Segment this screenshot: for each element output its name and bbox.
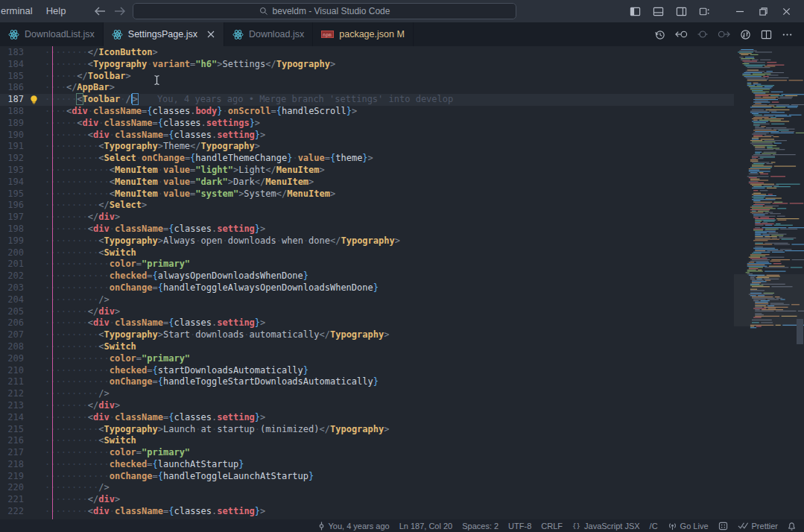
code-line[interactable]: 219············onChange={handleToggleLau… bbox=[0, 471, 734, 483]
code-line[interactable]: 200··········<Switch bbox=[0, 247, 734, 259]
line-number[interactable]: 218 bbox=[0, 459, 24, 471]
status-item-bell[interactable] bbox=[788, 522, 796, 531]
forward-arrow-icon[interactable] bbox=[114, 6, 126, 16]
timeline-icon[interactable] bbox=[654, 29, 665, 40]
code-editor[interactable]: 183········</IconButton>184········<Typo… bbox=[0, 46, 804, 519]
code-line[interactable]: 193············<MenuItem·value="light">L… bbox=[0, 165, 734, 177]
code-line[interactable]: 216··········<Switch bbox=[0, 435, 734, 447]
layout-panel-icon[interactable] bbox=[650, 0, 666, 22]
line-number[interactable]: 222 bbox=[0, 506, 24, 518]
line-number[interactable]: 193 bbox=[0, 165, 24, 177]
code-line[interactable]: 211············onChange={handleToggleSta… bbox=[0, 376, 734, 388]
layout-sidebar-right-icon[interactable] bbox=[673, 0, 689, 22]
line-number[interactable]: 190 bbox=[0, 130, 24, 142]
code-line[interactable]: 185······</Toolbar> bbox=[0, 71, 734, 83]
layout-customize-icon[interactable] bbox=[696, 0, 712, 22]
code-line[interactable]: 198········<div·className={classes.setti… bbox=[0, 224, 734, 235]
line-number[interactable]: 194 bbox=[0, 177, 24, 189]
line-number[interactable]: 203 bbox=[0, 282, 24, 294]
code-line[interactable]: 195············<MenuItem·value="system">… bbox=[0, 189, 734, 200]
line-number[interactable]: 216 bbox=[0, 435, 24, 447]
line-number[interactable]: 183 bbox=[0, 47, 24, 59]
line-number[interactable]: 204 bbox=[0, 294, 24, 306]
code-line[interactable]: 206········<div·className={classes.setti… bbox=[0, 317, 734, 329]
line-number[interactable]: 206 bbox=[0, 317, 24, 329]
back-arrow-icon[interactable] bbox=[94, 6, 106, 16]
line-number[interactable]: 202 bbox=[0, 270, 24, 282]
code-line[interactable]: 197········</div> bbox=[0, 212, 734, 224]
status-item-utf-8[interactable]: UTF-8 bbox=[508, 522, 531, 531]
more-actions-icon[interactable] bbox=[782, 29, 793, 40]
line-number[interactable]: 207 bbox=[0, 329, 24, 341]
line-number[interactable]: 200 bbox=[0, 247, 24, 259]
code-line[interactable]: 205········</div> bbox=[0, 306, 734, 318]
line-number[interactable]: 188 bbox=[0, 106, 24, 118]
tab-download-jsx[interactable]: Download.jsx bbox=[224, 22, 313, 46]
code-line[interactable]: 208··········<Switch bbox=[0, 341, 734, 353]
line-number[interactable]: 196 bbox=[0, 200, 24, 212]
tab-downloadlist-jsx[interactable]: DownloadList.jsx bbox=[0, 22, 104, 46]
status-item-grid[interactable] bbox=[718, 522, 728, 531]
line-number[interactable]: 209 bbox=[0, 353, 24, 365]
close-window-icon[interactable] bbox=[778, 0, 794, 22]
command-center-search[interactable]: beveldm - Visual Studio Code bbox=[133, 3, 516, 19]
code-line[interactable]: 203············onChange={handleToggleAlw… bbox=[0, 282, 734, 294]
code-line[interactable]: 186····</AppBar> bbox=[0, 82, 734, 94]
minimap[interactable] bbox=[734, 46, 804, 519]
status-item-ln-187-col-20[interactable]: Ln 187, Col 20 bbox=[399, 522, 453, 531]
menu-item-help[interactable]: Help bbox=[39, 0, 73, 22]
lightbulb-icon[interactable] bbox=[29, 95, 39, 105]
next-change-icon[interactable] bbox=[718, 29, 730, 39]
status-item-broadcast-go-live[interactable]: Go Live bbox=[668, 522, 709, 531]
line-number[interactable]: 189 bbox=[0, 118, 24, 130]
code-line[interactable]: 213········</div> bbox=[0, 400, 734, 412]
code-line[interactable]: 217············color="primary" bbox=[0, 447, 734, 459]
code-line[interactable]: 214········<div·className={classes.setti… bbox=[0, 412, 734, 424]
line-number[interactable]: 198 bbox=[0, 224, 24, 235]
code-line[interactable]: 188····<div·className={classes.body}·onS… bbox=[0, 106, 734, 118]
line-number[interactable]: 192 bbox=[0, 153, 24, 165]
line-number[interactable]: 184 bbox=[0, 59, 24, 71]
status-item--c[interactable]: /C bbox=[650, 522, 658, 531]
code-line[interactable]: 183········</IconButton> bbox=[0, 47, 734, 59]
code-line[interactable]: 192··········<Select·onChange={handleThe… bbox=[0, 153, 734, 165]
restore-icon[interactable] bbox=[755, 0, 771, 22]
code-line[interactable]: 196··········</Select> bbox=[0, 200, 734, 212]
layout-sidebar-left-icon[interactable] bbox=[627, 0, 643, 22]
line-number[interactable]: 199 bbox=[0, 235, 24, 247]
code-line[interactable]: 184········<Typography·variant="h6">Sett… bbox=[0, 59, 734, 71]
code-line[interactable]: 215··········<Typography>Launch·at·start… bbox=[0, 424, 734, 436]
line-number[interactable]: 212 bbox=[0, 388, 24, 400]
code-line[interactable]: 212··········/> bbox=[0, 388, 734, 400]
tab-settingspage-jsx[interactable]: SettingsPage.jsx bbox=[104, 22, 224, 46]
menu-item-terminal[interactable]: erminal bbox=[0, 0, 39, 22]
line-number[interactable]: 185 bbox=[0, 71, 24, 83]
sync-changes-icon[interactable] bbox=[740, 29, 751, 40]
line-number[interactable]: 220 bbox=[0, 482, 24, 494]
status-item-braces-javascript-jsx[interactable]: {}JavaScript JSX bbox=[572, 522, 640, 531]
line-number[interactable]: 191 bbox=[0, 141, 24, 153]
code-line[interactable]: 222········<div·className={classes.setti… bbox=[0, 506, 734, 518]
line-number[interactable]: 211 bbox=[0, 376, 24, 388]
status-item-double-check-prettier[interactable]: Prettier bbox=[738, 522, 778, 531]
status-item-crlf[interactable]: CRLF bbox=[541, 522, 563, 531]
code-line[interactable]: 210············checked={startDownloadsAu… bbox=[0, 365, 734, 377]
line-number[interactable]: 195 bbox=[0, 189, 24, 200]
split-editor-icon[interactable] bbox=[761, 29, 772, 40]
change-circle-icon[interactable] bbox=[697, 29, 708, 39]
line-number[interactable]: 187 bbox=[0, 94, 24, 106]
status-item-git-commit-you-4-years-ago[interactable]: You, 4 years ago bbox=[318, 522, 389, 531]
code-line[interactable]: 204··········/> bbox=[0, 294, 734, 306]
line-number[interactable]: 186 bbox=[0, 82, 24, 94]
minimize-icon[interactable] bbox=[732, 0, 748, 22]
code-line[interactable]: 221········</div> bbox=[0, 494, 734, 506]
code-line[interactable]: 207··········<Typography>Start·downloads… bbox=[0, 329, 734, 341]
code-line[interactable]: 209············color="primary" bbox=[0, 353, 734, 365]
code-line[interactable]: 218············checked={launchAtStartup} bbox=[0, 459, 734, 471]
line-number[interactable]: 197 bbox=[0, 212, 24, 224]
code-line[interactable]: 189······<div·className={classes.setting… bbox=[0, 118, 734, 130]
code-line[interactable]: 220··········/> bbox=[0, 482, 734, 494]
line-number[interactable]: 215 bbox=[0, 424, 24, 436]
code-line[interactable]: 190········<div·className={classes.setti… bbox=[0, 130, 734, 142]
line-number[interactable]: 217 bbox=[0, 447, 24, 459]
